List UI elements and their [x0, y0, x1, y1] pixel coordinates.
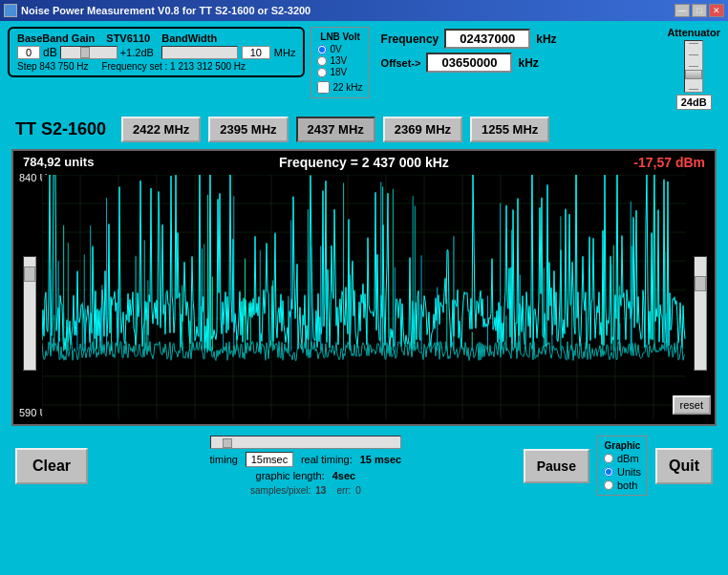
bandwidth-unit: MHz: [274, 47, 296, 58]
zoom-x-label: x 4: [19, 379, 33, 391]
title-bar: Noise Power Measurement V0.8 for TT S2-1…: [0, 0, 728, 21]
samples-label: samples/pixel:: [250, 485, 310, 496]
freq-btn-2395[interactable]: 2395 MHz: [208, 117, 288, 142]
graphic-length-label: graphic length:: [256, 470, 325, 481]
gain-slider[interactable]: [60, 46, 118, 59]
frequency-unit: kHz: [536, 32, 556, 46]
offset-input[interactable]: [426, 53, 512, 73]
chart-units-display: 784,92 units: [23, 155, 94, 170]
gain-unit: dB: [43, 46, 57, 59]
22khz-checkbox[interactable]: [317, 81, 330, 94]
err-label: err:: [336, 485, 351, 496]
quit-button[interactable]: Quit: [655, 448, 713, 484]
offset-label: Offset->: [381, 57, 421, 69]
22khz-label: 22 kHz: [332, 82, 362, 93]
lnb-option-18v[interactable]: 18V: [317, 67, 362, 77]
frequency-box: Frequency kHz Offset-> kHz: [375, 27, 662, 78]
frequency-input[interactable]: [444, 29, 530, 49]
chart-dbm-display: -17,57 dBm: [633, 155, 705, 170]
freq-btn-2369[interactable]: 2369 MHz: [383, 117, 462, 142]
plus-db: +1.2dB: [120, 47, 154, 58]
bandwidth-label: BandWidth: [161, 32, 217, 44]
graphic-option-dbm[interactable]: dBm: [604, 453, 641, 464]
baseband-box: BaseBand Gain STV6110 BandWidth dB +1.2d…: [8, 27, 305, 77]
chart-frequency-display: Frequency = 2 437 000 kHz: [279, 155, 449, 170]
graphic-title: Graphic: [604, 440, 641, 451]
lnb-option-0v[interactable]: 0V: [317, 44, 362, 54]
bandwidth-slider[interactable]: [161, 46, 238, 59]
attenuator-slider[interactable]: [684, 40, 703, 93]
bandwidth-input[interactable]: [242, 46, 270, 59]
graphic-length-value: 4sec: [332, 470, 355, 481]
title-bar-title: Noise Power Measurement V0.8 for TT S2-1…: [21, 5, 310, 16]
gain-input[interactable]: [17, 46, 40, 59]
graphic-option-both[interactable]: both: [604, 479, 641, 491]
stv-label: STV6110: [106, 32, 150, 44]
graphic-option-units[interactable]: Units: [604, 466, 641, 478]
timing-slider[interactable]: [210, 436, 401, 449]
offset-unit: kHz: [518, 56, 538, 70]
err-value: 0: [355, 485, 361, 496]
maximize-button[interactable]: □: [692, 4, 707, 17]
device-name: TT S2-1600: [8, 116, 114, 143]
pause-button[interactable]: Pause: [524, 449, 589, 483]
chart-container: 784,92 units Frequency = 2 437 000 kHz -…: [11, 149, 717, 426]
zoom-label: zoom: [17, 231, 45, 243]
reset-button[interactable]: reset: [673, 395, 711, 415]
real-timing-value: 15 msec: [360, 454, 401, 465]
title-bar-icon: [4, 4, 17, 17]
close-button[interactable]: ✕: [709, 4, 724, 17]
samples-value: 13: [315, 485, 326, 496]
attenuator-value: 24dB: [676, 95, 712, 110]
attenuator-box: Attenuator 24dB: [667, 27, 720, 110]
timing-input[interactable]: [246, 452, 293, 467]
real-timing-label: real timing:: [301, 454, 353, 465]
waveform-chart: [42, 175, 686, 419]
zoom-slider[interactable]: [23, 256, 36, 371]
clear-button[interactable]: Clear: [15, 448, 88, 484]
lnb-title: LNB Volt: [317, 32, 362, 42]
graphic-box: Graphic dBm Units both: [597, 436, 648, 496]
timing-label: timing: [210, 454, 238, 465]
shift-slider[interactable]: [694, 256, 707, 371]
freq-btn-1255[interactable]: 1255 MHz: [470, 117, 549, 142]
frequency-label: Frequency: [381, 32, 439, 46]
freq-btn-2437[interactable]: 2437 MHz: [296, 117, 375, 142]
freq-set-label: Frequency set : 1 213 312 500 Hz: [101, 61, 246, 72]
minimize-button[interactable]: —: [674, 4, 690, 17]
step-label: Step 843 750 Hz: [17, 61, 89, 72]
lnb-option-13v[interactable]: 13V: [317, 55, 362, 66]
baseband-gain-label: BaseBand Gain: [17, 32, 95, 44]
lnb-box: LNB Volt 0V 13V 18V 22 kHz: [310, 27, 369, 98]
attenuator-label: Attenuator: [667, 27, 720, 38]
freq-btn-2422[interactable]: 2422 MHz: [121, 117, 201, 142]
